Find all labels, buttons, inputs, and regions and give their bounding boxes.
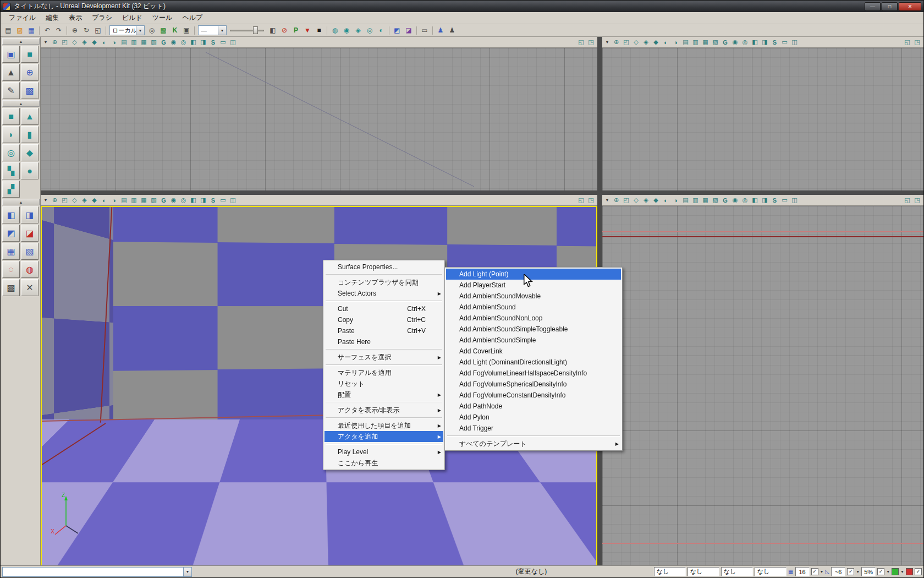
viewport-canvas-ortho-top[interactable] <box>602 48 923 190</box>
maximize-viewport-icon[interactable]: ◱ <box>903 38 912 47</box>
float-viewport-icon[interactable]: ◳ <box>586 38 596 47</box>
camera-record-icon[interactable]: ◨ <box>199 38 208 47</box>
menu-item-cut[interactable]: Cut Ctrl+X <box>324 303 443 314</box>
menu-item-add-ambientsound[interactable]: Add AmbientSound <box>446 302 621 313</box>
cube-builder-icon[interactable]: ■ <box>2 108 20 125</box>
palette-tool[interactable]: ▲ <box>2 100 40 107</box>
build-geometry-icon[interactable]: ■ <box>314 25 324 36</box>
volumetric-builder-icon[interactable]: ▞ <box>2 181 20 198</box>
lighting-only-icon[interactable]: ◑ <box>109 196 119 205</box>
csg-add-icon[interactable]: ◧ <box>2 206 20 223</box>
spiral-stair-builder-icon[interactable]: ◎ <box>2 144 20 161</box>
submenu-item[interactable] <box>446 434 621 438</box>
menu-item-show-hide-actors[interactable]: アクタを表示/非表示 ▶ <box>324 405 443 416</box>
realtime-icon[interactable]: ◰ <box>622 196 631 205</box>
stop-icon[interactable]: ▼ <box>302 25 313 36</box>
lighting-only-icon[interactable]: ◑ <box>671 196 680 205</box>
lock-viewport-icon[interactable]: ◉ <box>169 196 178 205</box>
camera-speed-icon[interactable]: ◧ <box>189 196 198 205</box>
menu-item-reset[interactable]: リセット <box>324 378 443 389</box>
lighting-only-icon[interactable]: ◑ <box>109 38 119 47</box>
select-inside-icon[interactable]: ◌ <box>2 261 20 278</box>
menu-item-play-level[interactable]: Play Level ▶ <box>324 446 443 457</box>
menu-build[interactable]: ビルド <box>117 12 147 24</box>
csg-deintersect-icon[interactable]: ◪ <box>21 225 38 242</box>
viewport-menu-chevron[interactable]: ▼ <box>604 40 610 44</box>
drag-grid-checkbox[interactable]: ✓ <box>811 568 818 575</box>
autosave-status-icon[interactable] <box>892 568 899 575</box>
shader-complexity-icon[interactable]: ▥ <box>691 38 700 47</box>
show-flags-icon[interactable]: ◎ <box>740 196 750 205</box>
viewport-options-icon[interactable]: ⊕ <box>50 196 59 205</box>
horizontal-splitter[interactable] <box>41 190 923 195</box>
toolbar-icon[interactable] <box>104 25 108 36</box>
realtime-icon[interactable]: ◰ <box>622 38 631 47</box>
menu-item-add-fogvolumelinearhalfspace[interactable]: Add FogVolumeLinearHalfspaceDensityInfo <box>446 368 621 379</box>
menu-item-select-actors[interactable]: Select Actors ▶ <box>324 288 443 299</box>
menu-item-add-playerstart[interactable]: Add PlayerStart <box>446 280 621 291</box>
build-all-icon[interactable]: ◎ <box>364 25 375 36</box>
rotate-icon[interactable]: ↻ <box>81 25 92 36</box>
context-menu-item[interactable] <box>324 442 443 446</box>
palette-tool[interactable]: ▲ <box>2 38 40 45</box>
context-menu-item[interactable] <box>324 363 443 367</box>
menu-item-add-fogvolumespherical[interactable]: Add FogVolumeSphericalDensityInfo <box>446 379 621 390</box>
menu-item-add-coverlink[interactable]: Add CoverLink <box>446 346 621 357</box>
lighting-only-icon[interactable]: ◑ <box>671 38 680 47</box>
float-viewport-icon[interactable]: ◳ <box>912 38 922 47</box>
lock-viewport-icon[interactable]: ◉ <box>730 38 740 47</box>
squint-mode-icon[interactable]: S <box>208 196 218 205</box>
source-control-status-icon[interactable] <box>906 568 913 575</box>
context-menu-item[interactable] <box>324 272 443 277</box>
menu-item-copy[interactable]: Copy Ctrl+C <box>324 314 443 325</box>
viewport-menu-chevron[interactable]: ▼ <box>42 198 49 202</box>
chevron-down-icon[interactable]: ▼ <box>900 570 904 574</box>
allow-translucent-icon[interactable]: ⊘ <box>279 25 290 36</box>
menu-tools[interactable]: ツール <box>147 12 178 24</box>
toolbar-icon[interactable] <box>431 25 435 36</box>
squint-mode-icon[interactable]: S <box>208 38 218 47</box>
csg-subtract-icon[interactable]: ◨ <box>21 206 38 223</box>
unlit-icon[interactable]: ◈ <box>641 38 651 47</box>
context-menu-item[interactable] <box>324 400 443 405</box>
sheet-builder-icon[interactable]: ◆ <box>21 144 38 161</box>
translate-icon[interactable]: ⊕ <box>69 25 80 36</box>
camera-record-icon[interactable]: ◨ <box>760 38 769 47</box>
context-menu-item[interactable] <box>324 416 443 420</box>
wireframe-icon[interactable]: ◇ <box>70 196 79 205</box>
new-level-icon[interactable]: ▤ <box>3 25 14 36</box>
search-icon[interactable]: ◎ <box>146 25 157 36</box>
menu-item-all-templates[interactable]: すべてのテンプレート ▶ <box>446 438 621 449</box>
menu-edit[interactable]: 編集 <box>41 12 64 24</box>
lit-icon[interactable]: ◆ <box>651 196 661 205</box>
camera-icon[interactable]: ◫ <box>228 38 238 47</box>
chevron-down-icon[interactable]: ▼ <box>886 570 890 574</box>
menu-item-add-light-dominantdirectional[interactable]: Add Light (DominantDirectionalLight) <box>446 357 621 368</box>
menu-brush[interactable]: ブラシ <box>87 12 117 24</box>
unlit-icon[interactable]: ◈ <box>80 38 89 47</box>
viewport-options-icon[interactable]: ⊕ <box>50 38 59 47</box>
menu-view[interactable]: 表示 <box>64 12 87 24</box>
viewport-canvas-ortho-side[interactable] <box>602 206 923 566</box>
camera-record-icon[interactable]: ◨ <box>760 196 769 205</box>
add-special-brush-icon[interactable]: ▦ <box>2 243 20 260</box>
toolbar-icon[interactable] <box>65 25 69 36</box>
unlit-icon[interactable]: ◈ <box>80 196 89 205</box>
select-touching-icon[interactable]: ◍ <box>21 261 38 278</box>
close-button[interactable]: ✕ <box>899 2 921 11</box>
scale-icon[interactable]: ◱ <box>92 25 103 36</box>
camera-icon[interactable]: ◫ <box>790 38 799 47</box>
float-viewport-icon[interactable]: ◳ <box>586 196 596 205</box>
menu-item-apply-material[interactable]: マテリアルを適用 <box>324 367 443 378</box>
float-viewport-icon[interactable]: ◳ <box>912 196 922 205</box>
detail-lighting-icon[interactable]: ◐ <box>100 38 109 47</box>
texture-align-mode-icon[interactable]: ⊕ <box>21 64 38 81</box>
slider-thumb[interactable] <box>253 26 258 34</box>
toolbar-icon[interactable] <box>193 25 196 36</box>
toolbar-icon[interactable] <box>325 25 329 36</box>
redo-icon[interactable]: ↷ <box>53 25 64 36</box>
viewport-options-icon[interactable]: ⊕ <box>612 38 621 47</box>
build-paths-icon[interactable]: ◉ <box>341 25 352 36</box>
camera-speed-icon[interactable]: ◧ <box>189 38 198 47</box>
menu-item-add-actor[interactable]: アクタを追加 ▶ <box>324 431 443 442</box>
